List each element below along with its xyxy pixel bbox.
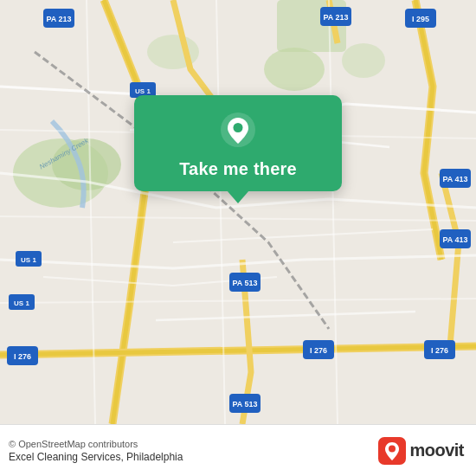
svg-point-36 — [234, 123, 243, 132]
svg-text:PA 213: PA 213 — [323, 13, 348, 22]
svg-text:I 276: I 276 — [431, 346, 448, 355]
svg-point-38 — [389, 445, 396, 452]
svg-text:PA 413: PA 413 — [442, 235, 467, 244]
svg-rect-0 — [0, 0, 476, 424]
svg-text:PA 513: PA 513 — [232, 400, 257, 408]
svg-text:I 276: I 276 — [310, 346, 327, 355]
svg-text:I 276: I 276 — [14, 352, 31, 361]
moovit-text: moovit — [409, 441, 464, 460]
location-info: Excel Cleaning Services, Philadelphia — [9, 451, 183, 463]
attribution-text: © OpenStreetMap contributors — [9, 439, 183, 449]
map-background: Neshaminy Creek — [0, 0, 476, 424]
svg-text:I 295: I 295 — [412, 15, 429, 23]
svg-point-5 — [342, 43, 385, 78]
location-pin-icon — [219, 111, 257, 149]
svg-text:US 1: US 1 — [14, 299, 29, 307]
moovit-icon — [378, 437, 406, 465]
map-container: Neshaminy Creek — [0, 0, 476, 424]
svg-text:US 1: US 1 — [135, 87, 151, 95]
popup-card[interactable]: Take me there — [134, 95, 342, 191]
popup-label: Take me there — [179, 159, 297, 179]
svg-text:PA 513: PA 513 — [232, 279, 257, 287]
svg-point-4 — [264, 48, 325, 91]
svg-text:PA 413: PA 413 — [442, 175, 467, 183]
svg-text:PA 213: PA 213 — [46, 15, 71, 23]
moovit-logo: moovit — [378, 437, 464, 465]
bottom-bar: © OpenStreetMap contributors Excel Clean… — [0, 424, 476, 476]
svg-text:US 1: US 1 — [21, 256, 36, 264]
